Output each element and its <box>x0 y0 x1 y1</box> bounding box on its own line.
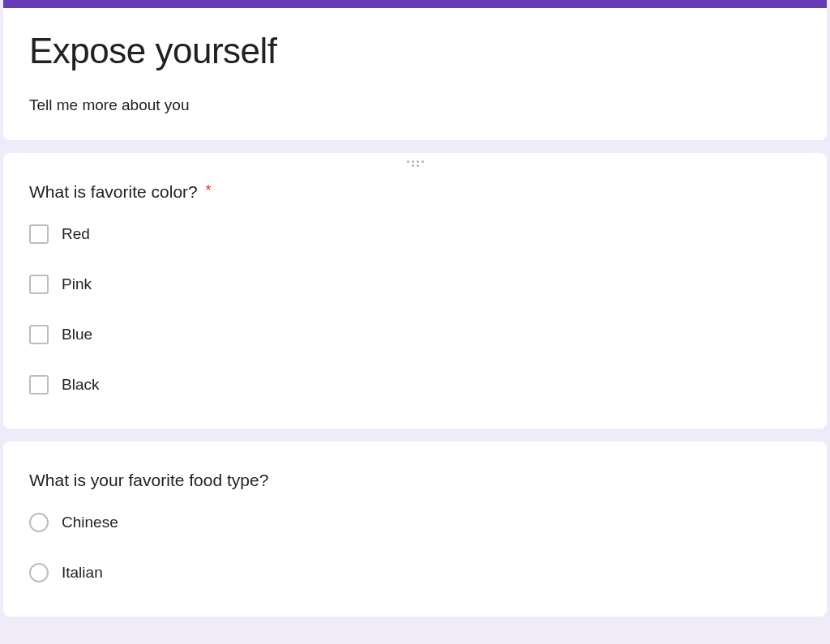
option-row: Pink <box>29 275 801 294</box>
checkbox-black[interactable] <box>29 375 49 395</box>
form-header-card: Expose yourself Tell me more about you <box>3 0 827 140</box>
question-card-color: What is favorite color? * Red Pink Blue … <box>3 153 827 429</box>
checkbox-blue[interactable] <box>29 325 49 344</box>
radio-chinese[interactable] <box>29 513 49 532</box>
option-label: Blue <box>62 326 92 343</box>
question-title: What is favorite color? * <box>29 182 801 202</box>
option-row: Red <box>29 224 801 244</box>
form-title: Expose yourself <box>29 28 801 74</box>
question-title: What is your favorite food type? <box>29 471 801 490</box>
option-label: Pink <box>62 275 92 293</box>
option-row: Chinese <box>29 513 801 532</box>
option-label: Italian <box>62 564 103 582</box>
option-label: Red <box>62 225 90 243</box>
option-label: Chinese <box>62 514 118 531</box>
required-asterisk-icon: * <box>206 182 212 198</box>
option-label: Black <box>62 376 99 394</box>
checkbox-pink[interactable] <box>29 275 49 294</box>
drag-handle-icon[interactable] <box>405 160 425 168</box>
question-title-text: What is favorite color? <box>29 182 198 201</box>
question-card-food: What is your favorite food type? Chinese… <box>3 441 827 616</box>
form-container: Expose yourself Tell me more about you W… <box>0 0 830 616</box>
option-row: Black <box>29 375 801 395</box>
radio-italian[interactable] <box>29 563 49 582</box>
question-title-text: What is your favorite food type? <box>29 471 268 489</box>
checkbox-red[interactable] <box>29 224 49 244</box>
form-description: Tell me more about you <box>29 96 801 114</box>
option-row: Italian <box>29 563 801 582</box>
option-row: Blue <box>29 325 801 344</box>
